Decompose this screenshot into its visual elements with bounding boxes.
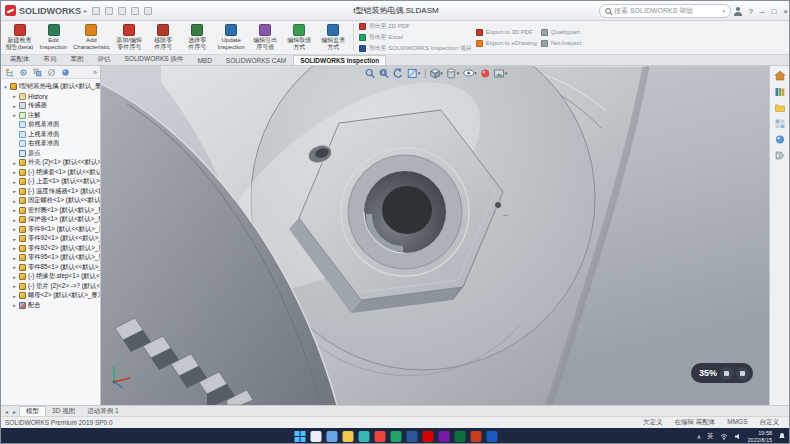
tree-expand-arrow-icon[interactable]: ▸ [12, 188, 17, 194]
volume-icon[interactable] [734, 433, 742, 441]
edit-appearance-icon[interactable] [479, 67, 492, 79]
statusbar-item[interactable]: 欠定义 [643, 418, 663, 427]
ribbon-button[interactable]: 编辑监查 方式 [317, 22, 350, 53]
tree-item[interactable]: ▸ (-) 上盖<1> (默认<<默认>_显示... [1, 177, 100, 187]
ribbon-small-button[interactable]: 导出至 Excel [359, 33, 472, 42]
taskbar-app-icon[interactable] [343, 431, 354, 442]
restore-button[interactable]: □ [771, 7, 776, 16]
taskbar-app-icon[interactable] [375, 431, 386, 442]
ribbon-button[interactable]: Add Characteristic [71, 22, 112, 53]
tree-item[interactable]: 前视基准面 [1, 120, 100, 130]
tree-expand-arrow-icon[interactable]: ▸ [12, 226, 17, 232]
tree-expand-arrow-icon[interactable]: ▸ [12, 198, 17, 204]
ribbon-button[interactable]: Update Inspection [215, 22, 248, 53]
display-style-icon[interactable]: ▾ [445, 67, 461, 79]
tree-item[interactable]: 右视基准面 [1, 139, 100, 149]
tree-expand-arrow-icon[interactable]: ▸ [12, 179, 17, 185]
tree-item[interactable]: ▸ 保护器<1> (默认<默认>_显示状... [1, 215, 100, 225]
taskbar-app-icon[interactable] [423, 431, 434, 442]
tree-item[interactable]: ▸ 外壳 (2)<1> (默认<<默认>_显示状... [1, 158, 100, 168]
zoom-pill-settings-icon[interactable] [736, 367, 749, 380]
tree-expand-arrow-icon[interactable]: ▸ [12, 274, 17, 280]
design-library-icon[interactable] [773, 85, 787, 97]
displaymanager-tab-icon[interactable] [60, 67, 71, 78]
tree-item[interactable]: ▸ (-) 温度传感器<1> (默认<默认... [1, 187, 100, 197]
minimize-button[interactable]: – [760, 7, 764, 16]
tree-expand-arrow-icon[interactable]: ▸ [12, 236, 17, 242]
ribbon-button[interactable]: 编辑取值 方式 [283, 22, 316, 53]
document-tab[interactable]: 运动算例 1 [81, 406, 124, 416]
tree-item[interactable]: ▸ 零件9<1> (默认<<默认>_显示状... [1, 225, 100, 235]
tree-expand-arrow-icon[interactable]: ▸ [12, 255, 17, 261]
document-tab[interactable]: 3D 视图 [46, 406, 81, 416]
file-explorer-icon[interactable] [773, 101, 787, 113]
tree-expand-arrow-icon[interactable]: ▸ [12, 169, 17, 175]
close-button[interactable]: × [783, 7, 788, 16]
tree-expand-arrow-icon[interactable]: ▸ [12, 207, 17, 213]
tree-expand-arrow-icon[interactable]: ▸ [12, 103, 17, 109]
previous-view-icon[interactable] [392, 67, 405, 79]
tree-item[interactable]: 原点 [1, 149, 100, 159]
ribbon-button[interactable]: Edit Inspection [37, 22, 70, 53]
tree-expand-arrow-icon[interactable]: ▸ [12, 302, 17, 308]
panel-overflow-chevron-icon[interactable]: » [93, 69, 97, 76]
dimxpertmanager-tab-icon[interactable] [46, 67, 57, 78]
tree-expand-arrow-icon[interactable]: ▾ [3, 84, 8, 90]
configurationmanager-tab-icon[interactable] [32, 67, 43, 78]
statusbar-item[interactable]: 自定义 [760, 418, 780, 427]
taskbar-app-icon[interactable] [407, 431, 418, 442]
ribbon-small-button[interactable]: Net-Inspect [541, 39, 582, 48]
tree-item[interactable]: ▸ 密封圈<1> (默认<默认>_显示状... [1, 206, 100, 216]
tree-expand-arrow-icon[interactable]: ▸ [12, 217, 17, 223]
tree-expand-arrow-icon[interactable]: ▸ [12, 264, 17, 270]
viewport[interactable]: ▾ ▾ ▾ ▾ ▾ [101, 66, 771, 405]
commandmanager-tab[interactable]: 布局 [37, 53, 64, 65]
appearances-scenes-icon[interactable] [773, 133, 787, 145]
taskbar-app-icon[interactable] [439, 431, 450, 442]
view-palette-icon[interactable] [773, 117, 787, 129]
ribbon-small-button[interactable]: Qualitypart [541, 28, 582, 37]
ribbon-small-button[interactable]: 导出至 2D PDF [359, 22, 472, 31]
commandmanager-tab[interactable]: 草图 [64, 53, 91, 65]
commandmanager-tab[interactable]: SOLIDWORKS Inspection [293, 55, 386, 65]
commandmanager-tab[interactable]: SOLIDWORKS 插件 [118, 53, 191, 65]
taskbar-clock[interactable]: 19:58 2022/8/15 [748, 430, 772, 443]
tree-expand-arrow-icon[interactable]: ▸ [12, 160, 17, 166]
propertymanager-tab-icon[interactable] [18, 67, 29, 78]
hide-show-items-icon[interactable]: ▾ [461, 67, 478, 79]
ribbon-small-button[interactable]: 导出至 SOLIDWORKS Inspection 项目 [359, 44, 472, 53]
taskbar-app-icon[interactable] [311, 431, 322, 442]
tabs-scroll-right-icon[interactable]: ▸ [11, 408, 18, 415]
document-tab[interactable]: 模型 [19, 406, 46, 416]
tree-item[interactable]: ▸ 配合 [1, 301, 100, 311]
windows-start-icon[interactable] [295, 431, 306, 442]
ribbon-button[interactable]: 移除零 件序号 [147, 22, 180, 53]
apply-scene-icon[interactable]: ▾ [493, 67, 509, 79]
view-orientation-icon[interactable]: ▾ [428, 67, 444, 79]
tree-item[interactable]: ▸ (-) 垫片 (2)<2> ->? (默认<<默认... [1, 282, 100, 292]
tray-expand-icon[interactable]: ∧ [697, 433, 701, 440]
taskbar-app-icon[interactable] [487, 431, 498, 442]
ribbon-small-button[interactable]: Export to eDrawing [476, 39, 537, 48]
new-document-icon[interactable] [92, 7, 100, 15]
tree-expand-arrow-icon[interactable]: ▸ [12, 283, 17, 289]
help-button[interactable]: ? [749, 7, 753, 16]
commandmanager-tab[interactable]: 评估 [91, 53, 118, 65]
tree-item[interactable]: ▸ (-) 绝缘套<1> (默认<<默认>_显... [1, 168, 100, 178]
section-view-icon[interactable]: ▾ [406, 67, 422, 79]
menu-expand-arrow-icon[interactable]: ▸ [84, 7, 87, 14]
zoom-fit-icon[interactable] [364, 67, 377, 79]
tabs-scroll-left-icon[interactable]: ◂ [3, 408, 10, 415]
user-account-icon[interactable] [734, 7, 742, 16]
tree-expand-arrow-icon[interactable]: ▸ [12, 112, 17, 118]
ribbon-button[interactable]: 新建检查 报告(beta) [3, 22, 36, 53]
tree-item[interactable]: ▸ (-) 绝缘垫.step<1> (默认<<默认... [1, 272, 100, 282]
ribbon-button[interactable]: 编辑引出 序号值 [249, 22, 282, 53]
tree-item[interactable]: ▸ 螺母<2> (默认<默认>_显示状... [1, 291, 100, 301]
statusbar-item[interactable]: 在编辑 装配体 [674, 418, 715, 427]
tree-item[interactable]: ▸ 注解 [1, 111, 100, 121]
language-indicator[interactable]: 英 [707, 432, 714, 441]
taskbar-app-icon[interactable] [455, 431, 466, 442]
zoom-to-area-icon[interactable] [378, 67, 391, 79]
3d-model-scene[interactable] [101, 66, 771, 405]
